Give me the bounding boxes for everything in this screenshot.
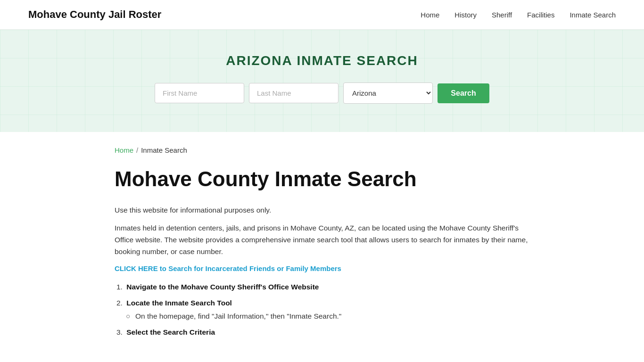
intro-paragraph-2: Inmates held in detention centers, jails…: [115, 222, 529, 257]
hero-banner: ARIZONA INMATE SEARCH Arizona Alabama Al…: [0, 30, 644, 132]
site-logo[interactable]: Mohave County Jail Roster: [28, 8, 161, 21]
step-2-sub-list: On the homepage, find "Jail Information,…: [126, 312, 529, 321]
breadcrumb-current: Inmate Search: [141, 146, 187, 154]
step-1-number: 1.: [116, 283, 123, 291]
step-2: 2. Locate the Inmate Search Tool On the …: [115, 299, 529, 321]
intro-paragraph-1: Use this website for informational purpo…: [115, 205, 529, 216]
step-2-sub-item-1: On the homepage, find "Jail Information,…: [126, 312, 529, 321]
step-1: 1. Navigate to the Mohave County Sheriff…: [115, 283, 529, 291]
click-here-link[interactable]: CLICK HERE to Search for Incarcerated Fr…: [115, 264, 341, 272]
step-3-number: 3.: [116, 328, 123, 336]
last-name-input[interactable]: [249, 83, 339, 103]
search-form: Arizona Alabama Alaska California Colora…: [9, 82, 635, 104]
breadcrumb-home[interactable]: Home: [115, 146, 133, 154]
hero-title: ARIZONA INMATE SEARCH: [9, 53, 635, 68]
step-2-number: 2.: [116, 299, 123, 307]
first-name-input[interactable]: [155, 83, 244, 103]
step-3-label: Select the Search Criteria: [126, 328, 215, 336]
nav-sheriff[interactable]: Sheriff: [492, 11, 512, 19]
step-2-label: Locate the Inmate Search Tool: [126, 299, 232, 307]
step-1-label: Navigate to the Mohave County Sheriff's …: [126, 283, 319, 291]
step-3: 3. Select the Search Criteria: [115, 328, 529, 337]
main-nav: Home History Sheriff Facilities Inmate S…: [421, 11, 616, 19]
breadcrumb: Home / Inmate Search: [115, 146, 529, 154]
breadcrumb-separator: /: [136, 146, 138, 154]
main-content: Home / Inmate Search Mohave County Inmat…: [96, 132, 548, 362]
nav-home[interactable]: Home: [421, 11, 439, 19]
nav-facilities[interactable]: Facilities: [527, 11, 554, 19]
nav-inmate-search[interactable]: Inmate Search: [570, 11, 616, 19]
steps-list: 1. Navigate to the Mohave County Sheriff…: [115, 283, 529, 337]
site-header: Mohave County Jail Roster Home History S…: [0, 0, 644, 30]
state-select[interactable]: Arizona Alabama Alaska California Colora…: [343, 82, 433, 104]
page-title: Mohave County Inmate Search: [115, 167, 529, 191]
nav-history[interactable]: History: [454, 11, 477, 19]
search-button[interactable]: Search: [438, 83, 489, 103]
